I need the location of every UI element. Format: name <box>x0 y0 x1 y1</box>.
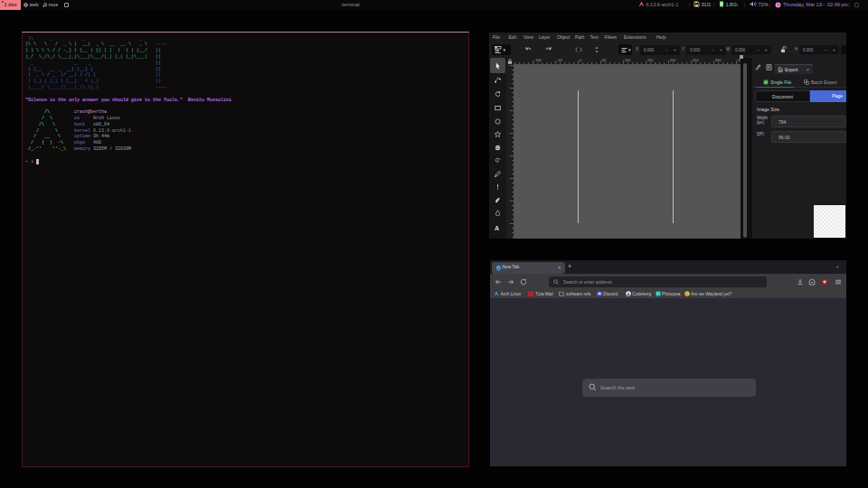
svg-text:200: 200 <box>670 59 675 62</box>
svg-text:0: 0 <box>580 59 581 62</box>
svg-text:150: 150 <box>647 59 653 62</box>
svg-text:250: 250 <box>693 59 698 62</box>
svg-text:-50: -50 <box>557 59 562 62</box>
svg-text:100: 100 <box>625 59 630 62</box>
svg-text:-100: -100 <box>534 59 542 62</box>
svg-text:300: 300 <box>715 59 721 62</box>
svg-text:50: 50 <box>602 59 606 62</box>
